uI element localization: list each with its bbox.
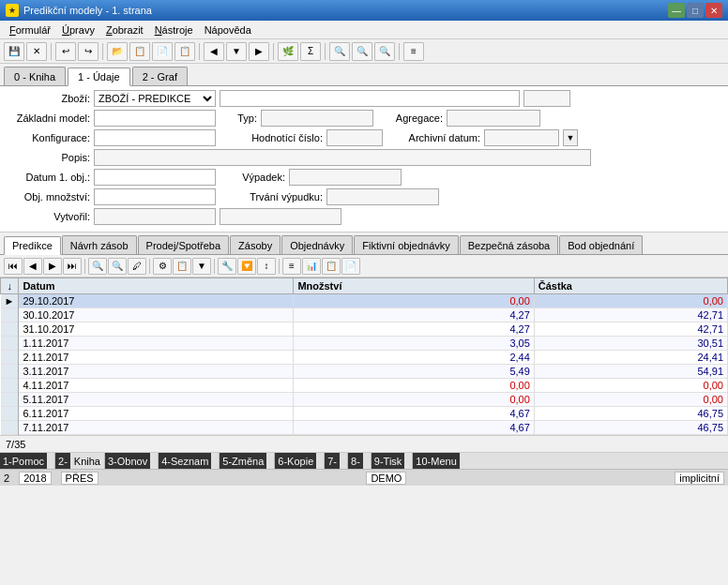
- table-container[interactable]: ↓ Datum Množství Částka ►29.10.20170,000…: [0, 278, 728, 435]
- row-indicator: [1, 322, 19, 337]
- fn-2[interactable]: 2- Kniha: [55, 453, 105, 469]
- toolbar-close[interactable]: ✕: [26, 42, 47, 61]
- table-row[interactable]: ►29.10.20170,000,00: [1, 294, 728, 308]
- menu-upravy[interactable]: Úpravy: [56, 23, 100, 37]
- col-header-mnozstvi[interactable]: Množství: [294, 278, 534, 294]
- grid-btn-search[interactable]: 🔍: [88, 258, 107, 275]
- fn-1[interactable]: 1-Pomoc: [0, 453, 55, 469]
- datum1-input[interactable]: 26.10.2017: [94, 169, 216, 186]
- zakladni-model-input[interactable]: Linear: [94, 110, 216, 127]
- toolbar-open[interactable]: 📂: [107, 42, 128, 61]
- table-row[interactable]: 1.11.20173,0530,51: [1, 337, 728, 351]
- toolbar-search3[interactable]: 🔍: [374, 42, 395, 61]
- fn-7[interactable]: 7-: [325, 453, 348, 469]
- data-tab-predikce[interactable]: Predikce: [4, 236, 61, 255]
- menu-nastroje[interactable]: Nástroje: [149, 23, 199, 37]
- menu-napoveda[interactable]: Nápověda: [199, 23, 257, 37]
- tab-graf[interactable]: 2 - Graf: [132, 67, 188, 85]
- fn-10[interactable]: 10-Menu: [413, 453, 466, 469]
- table-row[interactable]: 31.10.20174,2742,71: [1, 322, 728, 337]
- grid-btn-sort-down[interactable]: 🔽: [237, 258, 256, 275]
- table-row[interactable]: 5.11.20170,000,00: [1, 393, 728, 407]
- toolbar-paste[interactable]: 📋: [174, 42, 195, 61]
- toolbar-menu[interactable]: ≡: [403, 42, 424, 61]
- fn-1-num: 1-Pomoc: [0, 453, 47, 469]
- grid-btn-list[interactable]: ≡: [282, 258, 301, 275]
- toolbar-plant[interactable]: 🌿: [278, 42, 298, 61]
- konfigurace-input[interactable]: měsíční - poměr: [94, 129, 216, 146]
- minimize-button[interactable]: —: [668, 3, 685, 18]
- trvani-input: 0: [326, 188, 439, 205]
- data-tab-bezpecna[interactable]: Bezpečná zásoba: [460, 235, 558, 254]
- grid-btn-chart[interactable]: 📊: [302, 258, 321, 275]
- grid-btn-last[interactable]: ⏭: [63, 258, 82, 275]
- table-row[interactable]: 7.11.20174,6746,75: [1, 421, 728, 435]
- grid-btn-filter[interactable]: 🔧: [218, 258, 236, 275]
- fn-8-num: 8-: [348, 453, 363, 469]
- menu-zobrazit[interactable]: Zobrazit: [100, 23, 149, 37]
- table-row[interactable]: 4.11.20170,000,00: [1, 379, 728, 393]
- data-tab-bod[interactable]: Bod objednání: [559, 235, 643, 254]
- toolbar-search1[interactable]: 🔍: [329, 42, 350, 61]
- toolbar-forward[interactable]: ▶: [249, 42, 269, 61]
- grid-btn-next[interactable]: ▶: [43, 258, 62, 275]
- grid-btn-search2[interactable]: 🔍: [108, 258, 127, 275]
- toolbar-search2[interactable]: 🔍: [352, 42, 372, 61]
- grid-btn-filter-down[interactable]: ▼: [192, 258, 211, 275]
- zbozi-select[interactable]: ZBOŽÍ - PREDIKCE: [94, 90, 216, 107]
- fn-3[interactable]: 3-Obnov: [105, 453, 159, 469]
- cell-castka: 0,00: [534, 294, 727, 308]
- col-header-datum[interactable]: Datum: [19, 278, 294, 294]
- tab-kniha[interactable]: 0 - Kniha: [4, 67, 66, 85]
- fn-6[interactable]: 6-Kopie: [275, 453, 325, 469]
- fn-8[interactable]: 8-: [348, 453, 372, 469]
- grid-btn-sort-updown[interactable]: ↕: [257, 258, 276, 275]
- toolbar-sep-1: [51, 43, 52, 60]
- archivni-input: 0.00.00000: [484, 129, 559, 146]
- toolbar-sep-2: [102, 43, 103, 60]
- toolbar-redo[interactable]: ↪: [78, 42, 99, 61]
- grid-btn-settings[interactable]: ⚙: [153, 258, 172, 275]
- table-row[interactable]: 6.11.20174,6746,75: [1, 407, 728, 421]
- grid-btn-print[interactable]: 📄: [341, 258, 360, 275]
- toolbar-sum[interactable]: Σ: [300, 42, 321, 61]
- table-row[interactable]: 8.11.20173,3433,39: [1, 435, 728, 436]
- data-tab-navrh[interactable]: Návrh zásob: [62, 235, 137, 254]
- maximize-button[interactable]: □: [687, 3, 704, 18]
- grid-btn-export[interactable]: 📋: [322, 258, 341, 275]
- grid-btn-prev[interactable]: ◀: [23, 258, 42, 275]
- data-tab-zasoby[interactable]: Zásoby: [230, 235, 281, 254]
- col-header-castka[interactable]: Částka: [534, 278, 727, 294]
- row-indicator: [1, 407, 19, 421]
- toolbar-copy[interactable]: 📋: [129, 42, 150, 61]
- toolbar-down[interactable]: ▼: [226, 42, 247, 61]
- archivni-dropdown[interactable]: ▼: [563, 129, 578, 146]
- close-button[interactable]: ✕: [705, 3, 722, 18]
- menu-formular[interactable]: Formulář: [4, 23, 56, 37]
- fn-5[interactable]: 5-Změna: [220, 453, 275, 469]
- grid-btn-clipboard[interactable]: 📋: [173, 258, 191, 275]
- data-tab-fiktivni[interactable]: Fiktivní objednávky: [354, 235, 459, 254]
- table-row[interactable]: 30.10.20174,2742,71: [1, 308, 728, 322]
- toolbar-undo[interactable]: ↩: [55, 42, 76, 61]
- cell-date: 31.10.2017: [19, 322, 294, 337]
- data-tab-objednavky[interactable]: Objednávky: [281, 235, 353, 254]
- toolbar-new[interactable]: 📄: [152, 42, 173, 61]
- grid-btn-edit[interactable]: 🖊: [128, 258, 146, 275]
- tab-udaje[interactable]: 1 - Údaje: [68, 68, 130, 86]
- typ-label: Typ:: [220, 112, 257, 124]
- zbozi-desc-input[interactable]: Zboží - predikce: [220, 90, 520, 107]
- toolbar-sep-5: [325, 43, 326, 60]
- fn-4[interactable]: 4-Seznam: [159, 453, 220, 469]
- toolbar-back[interactable]: ◀: [204, 42, 224, 61]
- row-indicator: [1, 351, 19, 365]
- grid-btn-first[interactable]: ⏮: [4, 258, 23, 275]
- data-tab-prodej[interactable]: Prodej/Spotřeba: [138, 235, 230, 254]
- cell-castka: 46,75: [534, 421, 727, 435]
- toolbar-save[interactable]: 💾: [4, 42, 24, 61]
- obj-mnozstvi-input[interactable]: 19,52: [94, 188, 216, 205]
- form-row-model: Základní model: Linear Typ: Original Agr…: [6, 110, 722, 127]
- table-row[interactable]: 3.11.20175,4954,91: [1, 365, 728, 379]
- fn-9[interactable]: 9-Tisk: [372, 453, 414, 469]
- table-row[interactable]: 2.11.20172,4424,41: [1, 351, 728, 365]
